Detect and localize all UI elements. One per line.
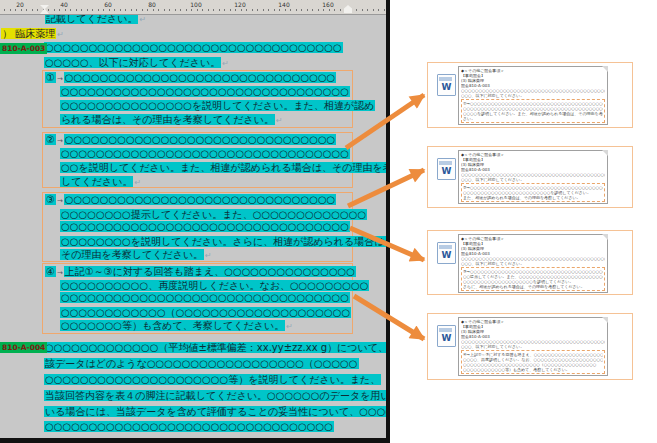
reply-preview-card-1[interactable]: W ◆＜その他ご照会事項＞【事前照会】(3) 臨床薬理照会810-A-003 ○…: [427, 62, 633, 128]
text-line: ②→○○○○○○○○○○○○○○○○○○○○○○○○○○○○○○○: [43, 134, 352, 148]
paragraph-810-A-003: 810-A-003 ○○○○○○○○○○○○○○○○○○○○○○○○○○○○○○…: [0, 42, 386, 70]
text-lines: ○○○○○○○○提示してください。また、○○○○○○○○○○○○○○○○○○○○…: [43, 208, 352, 249]
card-header-lines: ◆＜その他ご照会事項＞【事前照会】(3) 臨床薬理照会810-A-003: [461, 236, 605, 256]
quoted-item-box: ③→○○○○○○○○○○○○○○○○○○○○○○○○○○○○○○○○○○○○○○…: [461, 267, 605, 291]
return-mark: ↵: [139, 15, 146, 24]
screenshot-root: 20406080100120140160 記載してください。↵ ） 臨床薬理↵ …: [0, 0, 657, 443]
return-mark: ↵: [57, 30, 64, 39]
card-intro-lines: ○○○○○○○○○○○○○○○○○○○○○○○○○○○○○○○○○○○○○○○○…: [461, 88, 605, 98]
return-mark: ↵: [286, 322, 293, 331]
word-document-pane[interactable]: 20406080100120140160 記載してください。↵ ） 臨床薬理↵ …: [0, 0, 386, 443]
text-line: ○○○○○○○○○○○○○○○○○○○○○○○○○○○○○○○○○: [43, 292, 352, 306]
text-line: また、相違が認められる場合は、その理由を考察してください。: [463, 195, 603, 200]
query-id-label: 810-A-003: [0, 43, 47, 54]
text-line: ○○○○○○○○○○、再度説明しください。なお、○○○○○○○○○: [43, 279, 352, 293]
text-line: ○○○、以下に対応してください。: [461, 344, 605, 349]
text-lines: ○○○○○○○○○○○○○○○○○○○○○○○○○○○○○○○○○○○を説明して…: [43, 148, 352, 175]
card-header-lines: ◆＜その他ご照会事項＞【事前照会】(3) 臨床薬理照会810-A-003: [461, 319, 605, 339]
text-line: ○○○○○○○○○○○○○○○○○○○○○等）を説明してください。また、: [0, 373, 386, 389]
text-line: られる場合は、その理由を考察してください。↵: [43, 113, 352, 127]
reply-preview-card-2[interactable]: W ◆＜その他ご照会事項＞【事前照会】(3) 臨床薬理照会810-A-003 ○…: [427, 146, 633, 208]
text-line: その理由を考察してください。↵: [43, 248, 352, 262]
text-line: ○○○○○○○○○○○○（○○○○○○○○○○○○○○○○○○○○: [43, 306, 352, 320]
text-line: ○○○、以下に対応してください。: [461, 261, 605, 266]
text-line: いる場合には、当該データを含めて評価することの妥当性について、○○○○○: [0, 405, 386, 421]
text-line: ○○○○○○○○○○○○○○○○○○○○○○○○○○○○○○○○○○: [0, 42, 386, 56]
text-line: ○○○○○○○○○○○○等）も含めて、考察してください。: [463, 367, 603, 372]
text-line: 80: [130, 1, 174, 8]
card-page-preview: ◆＜その他ご照会事項＞【事前照会】(3) 臨床薬理照会810-A-003 ○○○…: [458, 66, 608, 125]
text-line: 100: [174, 1, 218, 8]
window-bottom-edge: [0, 438, 386, 443]
paragraph-810-A-004: 810-A-004 ○○○○○○○○○○○○○（平均値±標準偏差：xx.yy±z…: [0, 341, 386, 443]
tab-arrow-mark: →: [56, 137, 64, 145]
text-line: ○○○○○○○○○○○○○（平均値±標準偏差：xx.yy±zz.xx g）につい…: [0, 341, 386, 357]
comment-block-2: ②→○○○○○○○○○○○○○○○○○○○○○○○○○○○○○○○ ○○○○○○…: [42, 132, 353, 188]
tab-arrow-mark: →: [56, 197, 64, 205]
horizontal-ruler[interactable]: 20406080100120140160: [0, 0, 386, 15]
quoted-item-box: ②→○○○○○○○○○○○○○○○○○○○○○○○○○○○○○○○○○○○○○○…: [461, 183, 605, 202]
card-header-lines: ◆＜その他ご照会事項＞【事前照会】(3) 臨床薬理照会810-A-003: [461, 68, 605, 88]
text-line: ③→○○○○○○○○○○○○○○○○○○○○○○○○○○○○○○○: [43, 194, 352, 208]
card-intro-lines: ○○○○○○○○○○○○○○○○○○○○○○○○○○○○○○○○○○○○○○○○…: [461, 172, 605, 182]
quoted-item-box: ①→○○○○○○○○○○○○○○○○○○○○○○○○○○○○○○○○○○○○○○…: [461, 99, 605, 123]
return-mark: ↵: [205, 251, 212, 260]
text-line: ○○○○○○○○○○○○○○○を説明してください。また、相違が認め: [43, 99, 352, 113]
card-page-preview: ◆＜その他ご照会事項＞【事前照会】(3) 臨床薬理照会810-A-003 ○○○…: [458, 317, 608, 376]
text-line: ①→○○○○○○○○○○○○○○○○○○○○○○○○○○○○○○○: [43, 72, 352, 86]
text-line: ○○○○○○○○○○○○○○○○○○○○○○○○○○○○○○○○○: [43, 221, 352, 235]
text-line: ○○○○○○○○○○○○○○○○○○○○○○○○○○○○○○○○○: [43, 148, 352, 162]
text-line: 40: [42, 1, 86, 8]
tab-arrow-mark: →: [56, 269, 64, 277]
text-lines: ○○○○○○○○○○○○○○○○○○○○○○○○○○○○○○○○○○○○○○○○…: [43, 86, 352, 113]
text-line: ○○○、以下に対応してください。: [461, 177, 605, 182]
comment-block-3: ③→○○○○○○○○○○○○○○○○○○○○○○○○○○○○○○○ ○○○○○○…: [42, 192, 353, 262]
word-file-icon: W: [437, 158, 456, 180]
text-line: 160: [306, 1, 350, 8]
comment-block-1: ①→○○○○○○○○○○○○○○○○○○○○○○○○○○○○○○○ ○○○○○○…: [42, 70, 353, 128]
text-lines: ○○○○○○○○○○○○○（平均値±標準偏差：xx.yy±zz.xx g）につい…: [0, 341, 386, 443]
reply-preview-card-4[interactable]: W ◆＜その他ご照会事項＞【事前照会】(3) 臨床薬理照会810-A-003 ○…: [427, 313, 633, 380]
text-line: さらに、相違が認められる場合は、その理由を考察してください。: [463, 284, 603, 289]
text-line: してください。↵: [43, 175, 352, 189]
text-line: ○○○○○○○○○○○○○○○○○○○○○○○○○○○○○○○○○: [0, 421, 386, 437]
tab-arrow-mark: →: [56, 75, 64, 83]
text-line: ○○○○○、以下に対応してください。↵: [0, 56, 386, 70]
section-heading-line: ） 臨床薬理↵: [0, 27, 64, 40]
document-text-area[interactable]: 記載してください。↵ ） 臨床薬理↵ 810-A-003 ○○○○○○○○○○○…: [0, 0, 386, 443]
text-line: 60: [86, 1, 130, 8]
card-header-lines: ◆＜その他ご照会事項＞【事前照会】(3) 臨床薬理照会810-A-003: [461, 152, 605, 172]
ruler-numbers: 20406080100120140160: [0, 1, 350, 8]
text-line: ○○○○○○○○提示してください。また、○○○○○○○○○○○○○: [43, 208, 352, 222]
return-mark: ↵: [222, 59, 229, 68]
word-file-icon: W: [437, 325, 456, 347]
text-line: ○○○○を説明してください。また、相違が認められる場合は、その理由を考察してくだ: [463, 111, 603, 116]
text-line: ○○○、以下に対応してください。: [461, 93, 605, 98]
card-intro-lines: ○○○○○○○○○○○○○○○○○○○○○○○○○○○○○○○○○○○○○○○○…: [461, 339, 605, 349]
word-file-icon: W: [437, 74, 456, 96]
quoted-item-box: ④→上記①～③に対する回答も踏まえ、○○○○○○○○○○○○○○○○○○○○○○…: [461, 350, 605, 374]
text-line: 20: [0, 1, 42, 8]
pane-divider-line: [386, 0, 390, 443]
query-id-label: 810-A-004: [0, 342, 47, 353]
reply-preview-card-3[interactable]: W ◆＜その他ご照会事項＞【事前照会】(3) 臨床薬理照会810-A-003 ○…: [427, 230, 633, 295]
text-lines: ○○○○○○○○○○、再度説明しください。なお、○○○○○○○○○○○○○○○○…: [43, 279, 352, 320]
text-line: ○○を説明してください。また、相違が認められる場合は、その理由を考察: [43, 161, 352, 175]
card-page-preview: ◆＜その他ご照会事項＞【事前照会】(3) 臨床薬理照会810-A-003 ○○○…: [458, 150, 608, 204]
card-page-preview: ◆＜その他ご照会事項＞【事前照会】(3) 臨床薬理照会810-A-003 ○○○…: [458, 234, 608, 293]
section-heading: ） 臨床薬理: [1, 28, 56, 39]
text-line: 当該回答内容を表４の脚注に記載してください。○○○○○○のデータを用いて: [0, 389, 386, 405]
text-line: ○○○○○○○等）も含めて、考察してください。↵: [43, 319, 352, 333]
text-line: ④→上記①～③に対する回答も踏まえ、○○○○○○○○○○○○○○○: [43, 265, 352, 279]
card-intro-lines: ○○○○○○○○○○○○○○○○○○○○○○○○○○○○○○○○○○○○○○○○…: [461, 256, 605, 266]
text-line: ○○○○○○○○○○○○○○○○○○○○○○○○○○○○○○○○○: [43, 86, 352, 100]
text-line: 120: [218, 1, 262, 8]
return-mark: ↵: [134, 178, 141, 187]
text-line: さい。: [463, 116, 603, 121]
text-line: 該データはどのような○○○○○○○○○○○○○○○○○○（○○○○○: [0, 357, 386, 373]
text-line: 140: [262, 1, 306, 8]
text-line: ○○○○○○○○を説明してください。さらに、相違が認められる場合は、: [43, 235, 352, 249]
return-mark: ↵: [276, 116, 283, 125]
comment-block-4: ④→上記①～③に対する回答も踏まえ、○○○○○○○○○○○○○○○ ○○○○○○…: [42, 263, 353, 334]
word-file-icon: W: [437, 242, 456, 264]
